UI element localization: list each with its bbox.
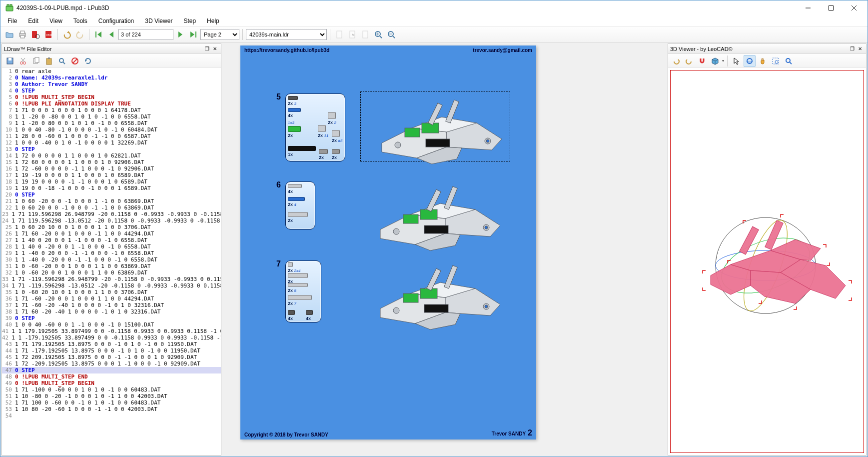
code-line[interactable]: 501 71 -100 0 -60 0 0 1 0 1 0 -1 0 0 604… [2, 386, 221, 393]
code-line[interactable]: 431 71 179.192505 13.8975 0 0 0 -1 0 1 0… [2, 341, 221, 348]
code-line[interactable]: 161 72 -60 0 0 0 0 -1 1 0 0 0 -1 0 92906… [2, 166, 221, 172]
save-icon[interactable] [4, 55, 16, 67]
find-icon[interactable] [56, 55, 68, 67]
zoom-in-icon[interactable] [372, 28, 384, 40]
redo-icon[interactable] [74, 28, 86, 40]
cut-icon[interactable] [17, 55, 29, 67]
code-line[interactable]: 30 Author: Trevor SANDY [2, 81, 221, 88]
cube-icon[interactable] [709, 55, 721, 67]
zoom-region-icon[interactable] [770, 55, 782, 67]
page-blank-icon[interactable] [333, 28, 345, 40]
step-5[interactable]: 52x 34x 2x 21x32x 2x 112x #51x 2x 2x [285, 94, 345, 162]
code-line[interactable]: 341 71 -119.596298 -13.0512 -20 -0.1158 … [2, 282, 221, 289]
code-line[interactable]: 411 1 179.192505 33.897499 0 0 -0.1158 0… [2, 328, 221, 334]
undo-icon[interactable] [61, 28, 73, 40]
last-page-icon[interactable] [187, 28, 199, 40]
code-line[interactable]: 221 0 60 20 0 0 -1 0 0 0 -1 -1 0 0 63869… [2, 204, 221, 211]
zoom-3d-icon[interactable] [783, 55, 795, 67]
code-line[interactable]: 20 Name: 42039s-rearaxle1.ldr [2, 74, 221, 81]
copy-icon[interactable] [30, 55, 42, 67]
code-line[interactable]: 371 71 -60 -20 -40 1 0 0 0 0 -1 0 1 0 32… [2, 302, 221, 308]
menu-tools[interactable]: Tools [68, 16, 92, 26]
pdf-icon[interactable]: PDF [42, 28, 54, 40]
code-line[interactable]: 401 0 0 40 -60 0 0 1 -1 0 0 0 -1 0 15100… [2, 322, 221, 328]
zoom-out-icon[interactable] [385, 28, 397, 40]
code-line[interactable]: 381 71 60 -20 -40 1 0 0 0 0 -1 0 1 0 323… [2, 308, 221, 315]
maximize-button[interactable] [820, 0, 843, 16]
assembly-image[interactable] [360, 92, 510, 162]
folder-open-icon[interactable] [3, 28, 15, 40]
menu-step[interactable]: Step [178, 16, 201, 26]
instruction-page[interactable]: https://trevorsandy.github.io/lpub3d tre… [240, 46, 536, 440]
code-line[interactable]: 461 72 -209.192505 13.8975 0 0 0 1 -1 0 … [2, 360, 221, 367]
code-line[interactable]: 291 1 -40 0 20 0 0 -1 -1 0 0 0 -1 0 6558… [2, 250, 221, 256]
code-line[interactable]: 241 71 119.596298 -13.0512 -20 0.1158 0 … [2, 218, 221, 224]
code-line[interactable]: 10 rear axle [2, 68, 221, 74]
menu-file[interactable]: File [2, 16, 22, 26]
step-6[interactable]: 64x 2x 42x [285, 182, 315, 230]
code-line[interactable]: 101 0 0 40 -80 -1 0 0 0 0 -1 0 -1 0 6048… [2, 126, 221, 133]
menu-view[interactable]: View [44, 16, 67, 26]
code-line[interactable]: 40 STEP [2, 88, 221, 94]
code-line[interactable]: 171 19 -19 0 0 0 0 1 1 0 0 0 1 0 6589.DA… [2, 172, 221, 178]
code-line[interactable]: 151 72 60 0 0 0 0 1 1 0 0 0 1 0 92906.DA… [2, 159, 221, 166]
dock-close-icon[interactable]: ✕ [856, 45, 864, 53]
parts-list[interactable]: 2x 2x42x 2x 52x 74x 4x [285, 260, 321, 322]
next-page-icon[interactable] [174, 28, 186, 40]
code-line[interactable]: 521 71 100 0 -60 0 0 -1 0 1 0 -1 0 0 604… [2, 400, 221, 406]
subfile-select[interactable]: 42039s-main.ldr [246, 29, 327, 40]
first-page-icon[interactable] [92, 28, 104, 40]
code-line[interactable]: 261 71 60 -20 0 0 1 0 0 0 -1 1 0 0 44294… [2, 230, 221, 237]
code-line[interactable]: 480 !LPUB MULTI_STEP END [2, 374, 221, 380]
menu-configuration[interactable]: Configuration [93, 16, 139, 26]
code-line[interactable]: 71 71 0 0 0 1 0 0 0 1 0 0 0 1 64178.DAT [2, 107, 221, 114]
parts-list[interactable]: 2x 34x 2x 21x32x 2x 112x #51x 2x 2x [285, 94, 345, 162]
code-line[interactable]: 191 19 0 0 -18 -1 0 0 0 -1 0 0 0 1 6589.… [2, 185, 221, 192]
prev-page-icon[interactable] [105, 28, 117, 40]
code-line[interactable]: 91 1 -20 0 80 0 0 1 0 1 0 -1 0 0 6558.DA… [2, 120, 221, 126]
code-line[interactable]: 231 71 119.596298 26.948799 -20 0.1158 0… [2, 211, 221, 218]
menu-help[interactable]: Help [202, 16, 224, 26]
code-line[interactable]: 421 1 -179.192505 33.897499 0 0 -0.1158 … [2, 334, 221, 341]
code-line[interactable]: 351 0 -60 20 10 0 1 0 0 0 1 1 0 0 3706.D… [2, 289, 221, 296]
refresh-icon[interactable] [82, 55, 94, 67]
code-line[interactable]: 490 !LPUB MULTI_STEP BEGIN [2, 380, 221, 386]
pdf-search-icon[interactable] [29, 28, 41, 40]
pan-icon[interactable] [757, 55, 769, 67]
code-line[interactable]: 441 71 -179.192505 13.8975 0 0 0 -1 0 1 … [2, 348, 221, 354]
assembly-image[interactable] [360, 258, 510, 328]
parts-list[interactable]: 4x 2x 42x [285, 182, 315, 230]
code-line[interactable]: 111 28 0 0 -60 0 1 0 0 0 -1 -1 0 0 6587.… [2, 133, 221, 140]
code-line[interactable]: 81 1 -20 0 -80 0 0 1 0 1 0 -1 0 0 6558.D… [2, 114, 221, 120]
paste-icon[interactable] [43, 55, 55, 67]
code-line[interactable]: 60 !LPUB PLI ANNOTATION DISPLAY TRUE [2, 100, 221, 107]
snap-icon[interactable] [696, 55, 708, 67]
code-line[interactable]: 211 0 60 -20 0 0 -1 0 0 0 1 -1 0 0 63869… [2, 198, 221, 204]
code-line[interactable]: 130 STEP [2, 146, 221, 152]
cursor-icon[interactable] [731, 55, 743, 67]
undo-3d-icon[interactable] [670, 55, 682, 67]
assembly-image[interactable] [360, 180, 510, 250]
code-line[interactable]: 331 71 -119.596298 26.948799 -20 -0.1158… [2, 276, 221, 282]
redo-3d-icon[interactable] [683, 55, 695, 67]
code-line[interactable]: 390 STEP [2, 315, 221, 322]
minimize-button[interactable] [797, 0, 820, 16]
code-line[interactable]: 200 STEP [2, 192, 221, 198]
3d-viewport[interactable] [670, 70, 864, 453]
code-line[interactable]: 321 0 -60 20 0 0 1 0 0 0 1 1 0 0 63869.D… [2, 270, 221, 276]
orbit-icon[interactable] [744, 55, 756, 67]
code-line[interactable]: 181 19 19 0 0 0 0 -1 -1 0 0 0 1 0 6589.D… [2, 178, 221, 185]
page-select[interactable]: Page 2 [200, 29, 239, 40]
code-line[interactable]: 470 STEP [2, 367, 221, 374]
code-line[interactable]: 361 71 -60 -20 0 0 1 0 0 0 1 1 0 0 44294… [2, 296, 221, 302]
code-line[interactable]: 141 72 0 0 0 0 0 1 1 0 0 0 1 0 62821.DAT [2, 152, 221, 159]
page-delete-icon[interactable] [359, 28, 371, 40]
dock-float-icon[interactable]: ❐ [203, 45, 211, 53]
code-line[interactable]: 50 !LPUB MULTI_STEP BEGIN [2, 94, 221, 100]
page-number-field[interactable] [118, 29, 173, 40]
code-line[interactable]: 511 10 -80 0 -20 -1 0 0 0 1 0 -1 1 0 0 4… [2, 393, 221, 400]
code-line[interactable]: 311 0 -60 -20 0 0 1 0 0 0 1 1 0 0 63869.… [2, 263, 221, 270]
print-icon[interactable] [16, 28, 28, 40]
code-line[interactable]: 251 0 60 20 10 0 0 1 0 0 0 1 1 0 0 3706.… [2, 224, 221, 230]
code-line[interactable]: 271 1 40 0 20 0 0 1 -1 0 0 0 -1 0 6558.D… [2, 237, 221, 244]
